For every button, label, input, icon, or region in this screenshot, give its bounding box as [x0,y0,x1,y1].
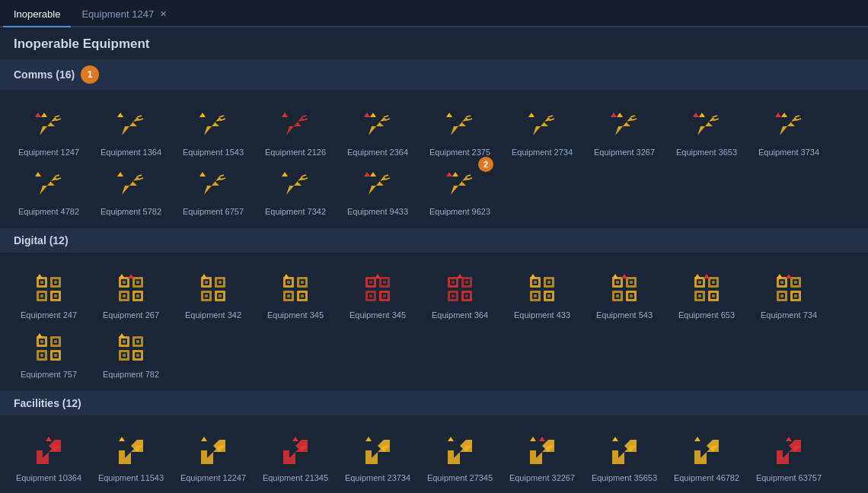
equipment-label: Equipment 46782 [674,473,739,482]
equipment-label: Equipment 3653 [676,148,737,157]
equipment-label: Equipment 6757 [183,207,244,216]
digital-icon [359,271,396,307]
comms-icon [442,167,478,204]
equipment-item[interactable]: Equipment 46782 [665,428,748,487]
svg-marker-190 [694,274,700,278]
equipment-item[interactable]: Equipment 10364 [8,428,90,487]
equipment-item[interactable]: Equipment 433 [501,265,583,324]
equipment-item[interactable]: Equipment 342 [172,265,254,324]
svg-marker-251 [539,437,545,441]
equipment-item[interactable]: Equipment 3653 [665,102,748,161]
svg-marker-203 [786,274,792,278]
equipment-item[interactable]: Equipment 345 [337,265,419,324]
svg-rect-145 [452,281,455,284]
comms-icon [277,108,314,145]
equipment-item[interactable]: Equipment 23734 [337,428,419,487]
svg-rect-93 [123,294,126,297]
svg-line-58 [302,175,306,177]
digital-icon [113,330,149,367]
equipment-item[interactable]: Equipment 32267 [501,428,583,487]
facilities-icon [442,434,478,470]
comms-icon [195,167,231,204]
svg-marker-175 [621,274,627,278]
svg-rect-148 [465,294,468,297]
equipment-item[interactable]: Equipment 82345 [90,487,172,493]
equipment-item[interactable]: Equipment 1543 [172,102,254,161]
svg-line-23 [466,116,471,117]
facilities-icon [524,434,560,470]
equipment-label: Equipment 3734 [758,148,819,157]
equipment-item[interactable]: Equipment 5782 [90,161,172,221]
equipment-item[interactable]: Equipment 757 [8,324,90,383]
equipment-item[interactable]: Equipment 345 [254,265,337,324]
svg-rect-187 [712,281,715,284]
svg-marker-44 [781,113,787,117]
equipment-item[interactable]: Equipment 247 [8,265,90,324]
svg-rect-227 [123,354,126,357]
svg-marker-17 [369,117,387,135]
svg-marker-239 [201,437,207,441]
equipment-item[interactable]: Equipment 2734 [501,102,583,161]
equipment-item[interactable]: Equipment 11543 [90,428,172,487]
equipment-item[interactable]: Equipment 1364 [90,102,172,161]
equipment-item[interactable]: Equipment 653 [665,265,748,324]
equipment-item[interactable]: Equipment 543 [583,265,665,324]
equipment-label: Equipment 21345 [263,473,328,482]
svg-marker-65 [370,172,376,177]
facilities-icon [359,434,396,470]
digital-icon [524,271,560,307]
equipment-item[interactable]: Equipment 2375 [419,102,501,161]
svg-marker-70 [452,172,458,177]
svg-rect-199 [780,281,783,284]
equipment-label: Equipment 11543 [98,473,164,482]
svg-rect-186 [698,294,701,297]
svg-marker-64 [364,172,370,177]
facilities-icon [195,434,231,470]
equipment-item[interactable]: Equipment 12247 [172,428,254,487]
comms-icon [113,108,149,145]
svg-line-2 [56,119,61,120]
svg-marker-136 [375,274,381,278]
svg-line-47 [56,178,61,180]
section-header-digital: Digital (12) [0,228,868,253]
equipment-item[interactable]: Equipment 9433 [337,161,419,221]
equipment-label: Equipment 345 [267,310,324,320]
equipment-label: Equipment 4782 [18,207,79,216]
tab-equipment-1247[interactable]: Equipment 1247 ✕ [71,2,177,27]
equipment-item[interactable]: Equipment 2126 [254,102,337,161]
equipment-item[interactable]: Equipment 21345 [254,428,337,487]
equipment-item[interactable]: Equipment 4782 [8,161,90,221]
svg-line-54 [219,175,224,177]
equipment-item[interactable]: Equipment 3734 [748,102,830,161]
svg-marker-21 [370,113,376,117]
svg-rect-172 [616,294,619,297]
equipment-label: Equipment 2364 [347,148,408,157]
tab-inoperable[interactable]: Inoperable [3,2,71,27]
section-header-facilities: Facilities (12) [0,391,868,415]
svg-marker-162 [530,274,536,278]
comms-icon [771,108,807,145]
content-area[interactable]: Comms (16)1 Equipment 1247 Equipment 136… [0,59,868,493]
equipment-item[interactable]: Equipment 2364 [337,102,419,161]
equipment-item[interactable]: Equipment 267 [90,265,172,324]
equipment-item[interactable]: Equipment 63757 [748,428,830,487]
svg-marker-61 [369,177,387,195]
equipment-item[interactable]: Equipment 364 [419,265,501,324]
tab-equipment-1247-label: Equipment 1247 [81,8,154,20]
equipment-item[interactable]: Equipment 35653 [583,428,665,487]
equipment-label: Equipment 7342 [265,207,326,216]
svg-marker-0 [40,117,58,135]
equipment-item[interactable]: Equipment 782 [90,324,172,383]
equipment-item[interactable]: Equipment 71234 [8,487,90,493]
equipment-item[interactable]: Equipment 6757 [172,161,254,221]
main-content: Inoperable Equipment Comms (16)1 Equipme… [0,27,868,493]
comms-icon [195,108,231,145]
equipment-item[interactable]: Equipment 1247 [8,102,90,161]
section-badge-comms: 1 [81,65,99,84]
tab-equipment-1247-close[interactable]: ✕ [160,9,167,19]
equipment-item[interactable]: Equipment 7342 [254,161,337,221]
equipment-item[interactable]: Equipment 734 [748,265,830,324]
equipment-item[interactable]: Equipment 3267 [583,102,665,161]
equipment-item[interactable]: 2 Equipment 9623 [419,161,501,221]
equipment-item[interactable]: Equipment 27345 [419,428,501,487]
